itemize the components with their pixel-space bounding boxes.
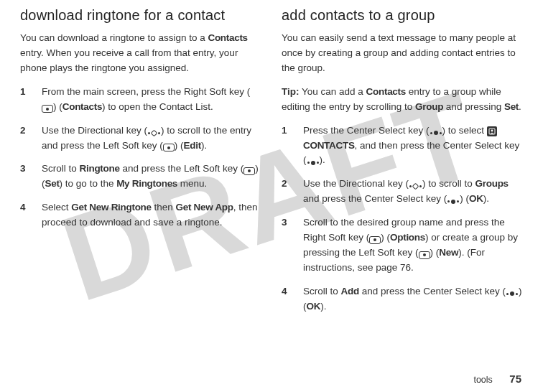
left-column: download ringtone for a contact You can … — [20, 7, 261, 323]
bold-term: Get New Ringtone — [71, 202, 151, 213]
bold-term: Contacts — [208, 32, 247, 43]
step-body: From the main screen, press the Right So… — [42, 85, 261, 115]
instruction-step: 4Scroll to Add and press the Center Sele… — [282, 284, 523, 314]
directional-key-icon — [147, 131, 161, 136]
right-intro: You can easily send a text message to ma… — [282, 31, 523, 76]
bold-term: Tip: — [282, 86, 300, 97]
soft-key-icon — [419, 251, 430, 259]
soft-key-icon — [243, 167, 255, 175]
right-heading: add contacts to a group — [282, 7, 523, 24]
step-number: 2 — [20, 123, 30, 154]
right-column: add contacts to a group You can easily s… — [282, 7, 523, 323]
center-select-key-icon — [506, 291, 519, 296]
contacts-app-icon — [487, 126, 497, 136]
page-footer: tools 75 — [473, 373, 521, 385]
step-number: 2 — [282, 177, 292, 207]
instruction-step: 3Scroll to the desired group name and pr… — [282, 215, 523, 276]
step-number: 1 — [20, 85, 30, 115]
step-body: Use the Directional key () to scroll to … — [303, 177, 523, 207]
step-body: Scroll to the desired group name and pre… — [303, 215, 523, 276]
bold-term: Group — [415, 101, 443, 112]
instruction-step: 3Scroll to Ringtone and press the Left S… — [20, 162, 261, 192]
instruction-step: 4Select Get New Ringtone then Get New Ap… — [20, 200, 261, 230]
bold-term: OK — [307, 301, 321, 312]
center-select-key-icon — [430, 131, 442, 135]
instruction-step: 1Press the Center Select key () to selec… — [282, 123, 523, 169]
soft-key-icon — [369, 236, 381, 244]
step-body: Select Get New Ringtone then Get New App… — [42, 200, 261, 230]
step-number: 4 — [282, 284, 292, 314]
right-tip: Tip: You can add a Contacts entry to a g… — [282, 85, 523, 115]
soft-key-icon — [163, 144, 175, 151]
left-heading: download ringtone for a contact — [20, 7, 261, 24]
instruction-step: 2Use the Directional key () to scroll to… — [20, 123, 261, 154]
bold-term: New — [439, 247, 458, 258]
page-content: download ringtone for a contact You can … — [0, 0, 543, 323]
bold-term: Ringtone — [80, 163, 120, 174]
step-number: 1 — [282, 123, 292, 169]
step-body: Scroll to Add and press the Center Selec… — [303, 284, 523, 314]
instruction-step: 2Use the Directional key () to scroll to… — [282, 177, 523, 207]
bold-term: Set — [45, 178, 60, 189]
center-select-key-icon — [307, 161, 320, 165]
bold-term: Groups — [475, 178, 509, 189]
footer-page-number: 75 — [509, 373, 521, 385]
bold-term: Contacts — [366, 86, 406, 97]
step-number: 4 — [20, 200, 30, 230]
instruction-step: 1From the main screen, press the Right S… — [20, 85, 261, 115]
svg-point-1 — [491, 129, 493, 131]
bold-term: OK — [469, 193, 483, 204]
bold-term: Add — [341, 286, 359, 297]
soft-key-icon — [42, 105, 53, 113]
footer-section: tools — [473, 375, 492, 385]
step-number: 3 — [20, 162, 30, 192]
bold-term: Get New App — [176, 202, 233, 213]
left-intro: You can download a ringtone to assign to… — [20, 31, 261, 76]
bold-term: Set — [504, 101, 519, 112]
step-body: Scroll to Ringtone and press the Left So… — [42, 162, 261, 192]
right-steps: 1Press the Center Select key () to selec… — [282, 123, 523, 314]
bold-term: My Ringtones — [116, 178, 177, 189]
directional-key-icon — [409, 184, 422, 189]
step-number: 3 — [282, 215, 292, 276]
bold-term: CONTACTS — [303, 140, 355, 151]
left-steps: 1From the main screen, press the Right S… — [20, 85, 261, 230]
center-select-key-icon — [447, 200, 460, 204]
bold-term: Contacts — [62, 101, 102, 112]
step-body: Press the Center Select key () to select… — [303, 123, 523, 169]
bold-term: Options — [390, 232, 425, 243]
step-body: Use the Directional key () to scroll to … — [42, 123, 261, 154]
bold-term: Edit — [184, 140, 201, 151]
